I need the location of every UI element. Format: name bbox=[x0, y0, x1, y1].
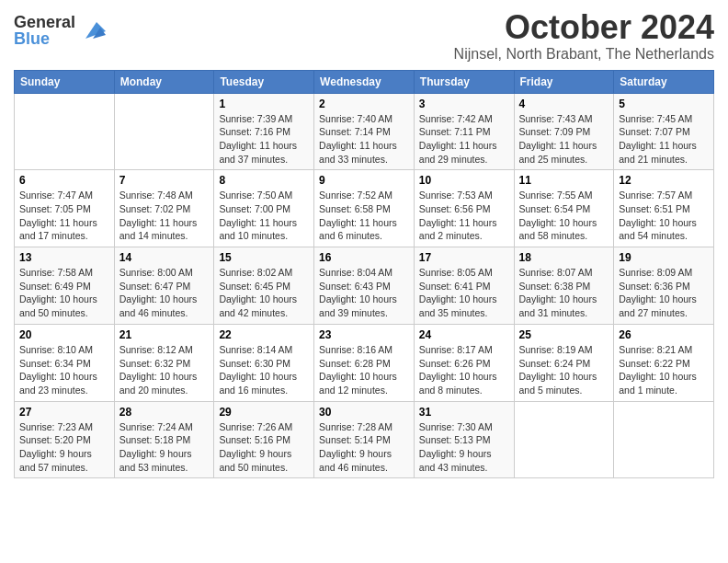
day-number: 27 bbox=[19, 406, 109, 419]
day-info: Sunrise: 7:57 AM Sunset: 6:51 PM Dayligh… bbox=[619, 189, 709, 243]
day-number: 4 bbox=[519, 98, 609, 110]
day-cell: 26Sunrise: 8:21 AM Sunset: 6:22 PM Dayli… bbox=[614, 324, 714, 401]
day-info: Sunrise: 7:48 AM Sunset: 7:02 PM Dayligh… bbox=[119, 189, 210, 243]
day-info: Sunrise: 8:16 AM Sunset: 6:28 PM Dayligh… bbox=[319, 343, 409, 397]
day-info: Sunrise: 7:23 AM Sunset: 5:20 PM Dayligh… bbox=[19, 420, 109, 475]
header: General Blue October 2024 Nijnsel, North… bbox=[14, 9, 714, 63]
day-cell: 2Sunrise: 7:40 AM Sunset: 7:14 PM Daylig… bbox=[314, 93, 415, 170]
day-number: 26 bbox=[619, 328, 709, 341]
day-cell bbox=[15, 93, 115, 170]
day-info: Sunrise: 8:21 AM Sunset: 6:22 PM Dayligh… bbox=[619, 343, 709, 397]
day-number: 19 bbox=[619, 251, 709, 264]
day-number: 18 bbox=[519, 251, 609, 264]
day-info: Sunrise: 7:50 AM Sunset: 7:00 PM Dayligh… bbox=[219, 189, 309, 243]
day-number: 1 bbox=[219, 98, 309, 110]
day-cell: 27Sunrise: 7:23 AM Sunset: 5:20 PM Dayli… bbox=[15, 401, 115, 478]
day-number: 17 bbox=[419, 251, 509, 264]
day-cell bbox=[514, 401, 614, 478]
location-title: Nijnsel, North Brabant, The Netherlands bbox=[454, 46, 714, 63]
day-cell: 14Sunrise: 8:00 AM Sunset: 6:47 PM Dayli… bbox=[114, 247, 214, 325]
day-cell: 4Sunrise: 7:43 AM Sunset: 7:09 PM Daylig… bbox=[514, 93, 614, 170]
day-cell: 31Sunrise: 7:30 AM Sunset: 5:13 PM Dayli… bbox=[414, 401, 514, 478]
header-cell-tuesday: Tuesday bbox=[214, 70, 314, 93]
day-number: 14 bbox=[119, 251, 210, 264]
day-info: Sunrise: 8:02 AM Sunset: 6:45 PM Dayligh… bbox=[219, 266, 309, 320]
day-info: Sunrise: 8:07 AM Sunset: 6:38 PM Dayligh… bbox=[519, 266, 609, 320]
day-cell: 17Sunrise: 8:05 AM Sunset: 6:41 PM Dayli… bbox=[414, 247, 514, 325]
day-cell: 3Sunrise: 7:42 AM Sunset: 7:11 PM Daylig… bbox=[414, 93, 514, 170]
day-number: 25 bbox=[519, 328, 609, 341]
logo-icon bbox=[80, 18, 106, 44]
header-cell-sunday: Sunday bbox=[15, 70, 115, 93]
day-cell bbox=[614, 401, 714, 478]
day-info: Sunrise: 8:09 AM Sunset: 6:36 PM Dayligh… bbox=[619, 266, 709, 320]
day-number: 20 bbox=[19, 328, 109, 341]
week-row-5: 27Sunrise: 7:23 AM Sunset: 5:20 PM Dayli… bbox=[15, 401, 714, 478]
day-cell: 30Sunrise: 7:28 AM Sunset: 5:14 PM Dayli… bbox=[314, 401, 415, 478]
day-cell: 7Sunrise: 7:48 AM Sunset: 7:02 PM Daylig… bbox=[114, 170, 214, 247]
day-info: Sunrise: 7:26 AM Sunset: 5:16 PM Dayligh… bbox=[219, 420, 309, 475]
day-number: 15 bbox=[219, 251, 309, 264]
day-info: Sunrise: 7:52 AM Sunset: 6:58 PM Dayligh… bbox=[319, 189, 409, 243]
day-info: Sunrise: 7:39 AM Sunset: 7:16 PM Dayligh… bbox=[219, 112, 309, 167]
day-info: Sunrise: 8:17 AM Sunset: 6:26 PM Dayligh… bbox=[419, 343, 509, 397]
header-cell-monday: Monday bbox=[114, 70, 214, 93]
day-info: Sunrise: 7:28 AM Sunset: 5:14 PM Dayligh… bbox=[319, 420, 409, 475]
week-row-4: 20Sunrise: 8:10 AM Sunset: 6:34 PM Dayli… bbox=[15, 324, 714, 401]
day-number: 10 bbox=[419, 174, 509, 187]
day-cell: 15Sunrise: 8:02 AM Sunset: 6:45 PM Dayli… bbox=[214, 247, 314, 325]
day-cell: 18Sunrise: 8:07 AM Sunset: 6:38 PM Dayli… bbox=[514, 247, 614, 325]
day-cell: 19Sunrise: 8:09 AM Sunset: 6:36 PM Dayli… bbox=[614, 247, 714, 325]
day-number: 8 bbox=[219, 174, 309, 187]
month-title: October 2024 bbox=[454, 9, 714, 46]
day-number: 24 bbox=[419, 328, 509, 341]
title-section: October 2024 Nijnsel, North Brabant, The… bbox=[454, 9, 714, 63]
day-info: Sunrise: 8:19 AM Sunset: 6:24 PM Dayligh… bbox=[519, 343, 609, 397]
calendar-table: SundayMondayTuesdayWednesdayThursdayFrid… bbox=[14, 70, 714, 479]
day-info: Sunrise: 8:00 AM Sunset: 6:47 PM Dayligh… bbox=[119, 266, 210, 320]
day-number: 30 bbox=[319, 406, 409, 419]
day-info: Sunrise: 8:04 AM Sunset: 6:43 PM Dayligh… bbox=[319, 266, 409, 320]
day-info: Sunrise: 7:47 AM Sunset: 7:05 PM Dayligh… bbox=[19, 189, 109, 243]
day-info: Sunrise: 8:10 AM Sunset: 6:34 PM Dayligh… bbox=[19, 343, 109, 397]
day-cell bbox=[114, 93, 214, 170]
day-number: 9 bbox=[319, 174, 409, 187]
day-info: Sunrise: 7:58 AM Sunset: 6:49 PM Dayligh… bbox=[19, 266, 109, 320]
day-cell: 29Sunrise: 7:26 AM Sunset: 5:16 PM Dayli… bbox=[214, 401, 314, 478]
day-cell: 22Sunrise: 8:14 AM Sunset: 6:30 PM Dayli… bbox=[214, 324, 314, 401]
day-number: 23 bbox=[319, 328, 409, 341]
day-info: Sunrise: 7:43 AM Sunset: 7:09 PM Dayligh… bbox=[519, 112, 609, 167]
day-info: Sunrise: 8:05 AM Sunset: 6:41 PM Dayligh… bbox=[419, 266, 509, 320]
day-cell: 8Sunrise: 7:50 AM Sunset: 7:00 PM Daylig… bbox=[214, 170, 314, 247]
day-number: 2 bbox=[319, 98, 409, 110]
day-number: 11 bbox=[519, 174, 609, 187]
day-number: 28 bbox=[119, 406, 210, 419]
day-number: 13 bbox=[19, 251, 109, 264]
day-info: Sunrise: 7:53 AM Sunset: 6:56 PM Dayligh… bbox=[419, 189, 509, 243]
day-number: 6 bbox=[19, 174, 109, 187]
header-cell-thursday: Thursday bbox=[414, 70, 514, 93]
day-cell: 12Sunrise: 7:57 AM Sunset: 6:51 PM Dayli… bbox=[614, 170, 714, 247]
header-cell-friday: Friday bbox=[514, 70, 614, 93]
day-info: Sunrise: 8:14 AM Sunset: 6:30 PM Dayligh… bbox=[219, 343, 309, 397]
header-cell-saturday: Saturday bbox=[614, 70, 714, 93]
day-number: 22 bbox=[219, 328, 309, 341]
day-cell: 10Sunrise: 7:53 AM Sunset: 6:56 PM Dayli… bbox=[414, 170, 514, 247]
day-cell: 21Sunrise: 8:12 AM Sunset: 6:32 PM Dayli… bbox=[114, 324, 214, 401]
day-cell: 11Sunrise: 7:55 AM Sunset: 6:54 PM Dayli… bbox=[514, 170, 614, 247]
logo-blue: Blue bbox=[14, 30, 75, 47]
day-cell: 5Sunrise: 7:45 AM Sunset: 7:07 PM Daylig… bbox=[614, 93, 714, 170]
day-cell: 20Sunrise: 8:10 AM Sunset: 6:34 PM Dayli… bbox=[15, 324, 115, 401]
day-cell: 23Sunrise: 8:16 AM Sunset: 6:28 PM Dayli… bbox=[314, 324, 415, 401]
day-cell: 9Sunrise: 7:52 AM Sunset: 6:58 PM Daylig… bbox=[314, 170, 415, 247]
day-cell: 28Sunrise: 7:24 AM Sunset: 5:18 PM Dayli… bbox=[114, 401, 214, 478]
day-cell: 1Sunrise: 7:39 AM Sunset: 7:16 PM Daylig… bbox=[214, 93, 314, 170]
week-row-2: 6Sunrise: 7:47 AM Sunset: 7:05 PM Daylig… bbox=[15, 170, 714, 247]
day-number: 12 bbox=[619, 174, 709, 187]
day-number: 16 bbox=[319, 251, 409, 264]
week-row-1: 1Sunrise: 7:39 AM Sunset: 7:16 PM Daylig… bbox=[15, 93, 714, 170]
logo-general: General bbox=[14, 14, 75, 30]
day-info: Sunrise: 7:45 AM Sunset: 7:07 PM Dayligh… bbox=[619, 112, 709, 167]
day-cell: 13Sunrise: 7:58 AM Sunset: 6:49 PM Dayli… bbox=[15, 247, 115, 325]
day-info: Sunrise: 8:12 AM Sunset: 6:32 PM Dayligh… bbox=[119, 343, 210, 397]
